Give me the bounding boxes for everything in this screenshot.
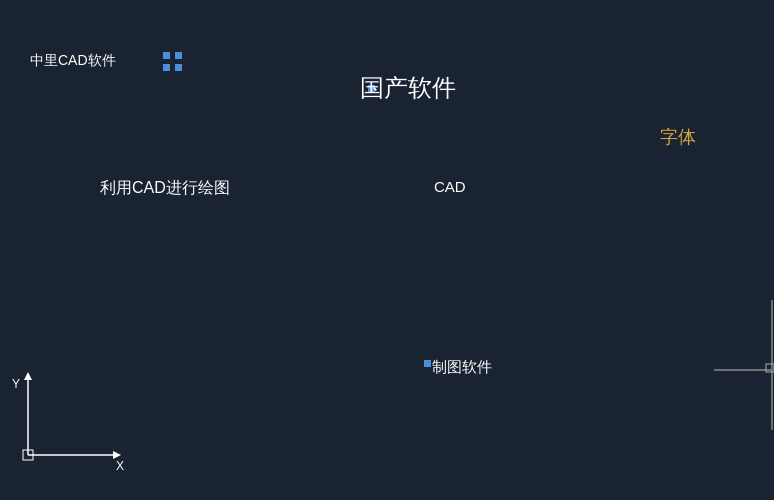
blue-dot-2 (175, 52, 182, 59)
ziti-label: 字体 (660, 125, 696, 149)
svg-marker-2 (24, 372, 32, 380)
cad-right-label: CAD (434, 178, 466, 195)
blue-dot-4 (175, 64, 182, 71)
svg-rect-9 (766, 364, 774, 372)
svg-text:Y: Y (12, 377, 20, 391)
right-connector-svg (704, 300, 774, 440)
cad-canvas: 中里CAD软件 国产软件 字体 利用CAD进行绘图 CAD 制图软件 Y X (0, 0, 774, 500)
axis-svg: Y X (8, 370, 128, 470)
main-text-label: 利用CAD进行绘图 (100, 178, 230, 199)
blue-dot-1 (163, 52, 170, 59)
zhitu-label: 制图软件 (432, 358, 492, 377)
blue-dot-zhitu (424, 360, 431, 367)
coordinate-axis: Y X (8, 370, 128, 470)
blue-dot-3 (163, 64, 170, 71)
guochan-label: 国产软件 (360, 72, 456, 104)
svg-marker-3 (113, 451, 121, 459)
svg-text:X: X (116, 459, 124, 470)
top-left-label: 中里CAD软件 (30, 52, 116, 70)
